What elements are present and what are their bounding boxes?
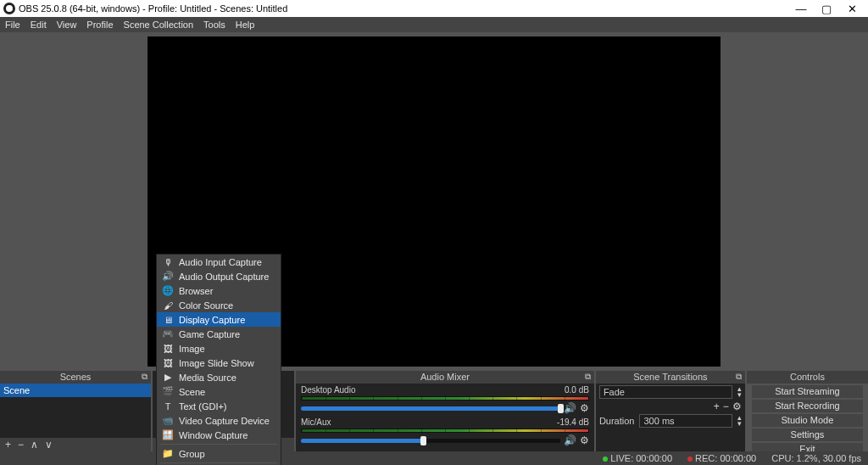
- duration-input[interactable]: 300 ms: [639, 414, 732, 428]
- speaker-icon[interactable]: 🔊: [564, 402, 576, 414]
- context-menu-separator: [160, 444, 277, 445]
- scene-transitions-dock: Scene Transitions ⧉ Fade ▴▾ + − ⚙ Durati…: [596, 371, 745, 451]
- volume-fader[interactable]: [301, 439, 560, 443]
- channel-name: Mic/Aux: [301, 417, 331, 427]
- channel-settings-button[interactable]: ⚙: [580, 434, 589, 446]
- status-cpu: CPU: 1.2%, 30.00 fps: [771, 453, 861, 463]
- menu-profile[interactable]: Profile: [86, 20, 113, 30]
- source-type-icon: 🔊: [162, 271, 174, 282]
- source-type-icon: 🎮: [162, 328, 174, 339]
- menu-tools[interactable]: Tools: [203, 20, 225, 30]
- scenes-dock: Scenes ⧉ Scene + − ∧ ∨: [0, 371, 151, 451]
- menu-edit[interactable]: Edit: [31, 20, 47, 30]
- live-dot-icon: [603, 457, 608, 462]
- start-recording-button[interactable]: Start Recording: [752, 400, 863, 412]
- popout-icon[interactable]: ⧉: [585, 372, 591, 382]
- source-type-icon: 🎬: [162, 386, 174, 397]
- status-bar: LIVE: 00:00:00 REC: 00:00:00 CPU: 1.2%, …: [0, 451, 868, 465]
- ctx-item-audio-output-capture[interactable]: 🔊Audio Output Capture: [157, 269, 281, 283]
- channel-name: Desktop Audio: [301, 385, 356, 395]
- source-type-icon: T: [162, 401, 174, 412]
- source-type-icon: 🖼: [162, 358, 174, 368]
- popout-icon[interactable]: ⧉: [736, 372, 742, 382]
- context-menu-separator: [160, 462, 277, 463]
- add-scene-button[interactable]: +: [5, 439, 11, 451]
- ctx-item-media-source[interactable]: ▶Media Source: [157, 370, 281, 384]
- volume-fader[interactable]: [301, 406, 560, 411]
- ctx-item-label: Video Capture Device: [179, 416, 270, 426]
- ctx-item-color-source[interactable]: 🖌Color Source: [157, 298, 281, 312]
- channel-settings-button[interactable]: ⚙: [580, 402, 589, 414]
- ctx-item-audio-input-capture[interactable]: 🎙Audio Input Capture: [157, 255, 281, 269]
- app-icon: [3, 3, 15, 14]
- start-streaming-button[interactable]: Start Streaming: [752, 385, 863, 398]
- channel-db: 0.0 dB: [565, 385, 589, 395]
- scene-item-label: Scene: [3, 385, 30, 395]
- ctx-item-image-slide-show[interactable]: 🖼Image Slide Show: [157, 356, 281, 370]
- minimize-button[interactable]: —: [788, 3, 814, 15]
- ctx-item-label: Media Source: [179, 373, 236, 383]
- ctx-item-label: Color Source: [179, 300, 233, 311]
- maximize-button[interactable]: ▢: [814, 3, 839, 15]
- ctx-item-text-gdi-[interactable]: TText (GDI+): [157, 399, 281, 413]
- mixer-header: Audio Mixer ⧉: [296, 371, 594, 384]
- duration-stepper-icon[interactable]: ▴▾: [737, 415, 742, 427]
- scene-item[interactable]: Scene: [0, 384, 151, 397]
- source-type-icon: 🖥: [162, 315, 174, 325]
- scenes-header: Scenes ⧉: [0, 371, 151, 384]
- ctx-item-scene[interactable]: 🎬Scene: [157, 384, 281, 399]
- exit-button[interactable]: Exit: [752, 443, 863, 451]
- ctx-item-label: Window Capture: [179, 430, 248, 440]
- remove-scene-button[interactable]: −: [18, 439, 24, 451]
- popout-icon[interactable]: ⧉: [142, 372, 147, 382]
- source-type-icon: 🪟: [162, 429, 174, 440]
- source-type-icon: 🖌: [162, 300, 174, 311]
- docks-row: Scenes ⧉ Scene + − ∧ ∨ + − ⚙ ∧ ∨ Audio M…: [0, 370, 868, 451]
- preview-area: 🎙Audio Input Capture🔊Audio Output Captur…: [0, 32, 868, 370]
- ctx-item-game-capture[interactable]: 🎮Game Capture: [157, 327, 281, 341]
- transition-current: Fade: [604, 387, 625, 397]
- speaker-icon[interactable]: 🔊: [564, 434, 576, 446]
- menu-help[interactable]: Help: [236, 20, 255, 30]
- studio-mode-button[interactable]: Studio Mode: [752, 414, 863, 427]
- ctx-item-display-capture[interactable]: 🖥Display Capture: [157, 312, 281, 327]
- source-type-icon: 📹: [162, 415, 174, 426]
- ctx-item-label: Audio Input Capture: [179, 257, 262, 267]
- move-scene-up-button[interactable]: ∧: [31, 439, 38, 451]
- settings-button[interactable]: Settings: [752, 429, 863, 441]
- window-titlebar: OBS 25.0.8 (64-bit, windows) - Profile: …: [0, 0, 868, 17]
- controls-body: Start StreamingStart RecordingStudio Mod…: [747, 384, 868, 451]
- transition-select[interactable]: Fade: [599, 385, 732, 399]
- ctx-item-browser[interactable]: 🌐Browser: [157, 283, 281, 298]
- channel-db: -19.4 dB: [557, 417, 589, 427]
- ctx-item-video-capture-device[interactable]: 📹Video Capture Device: [157, 413, 281, 428]
- source-type-icon: 🎙: [162, 257, 174, 267]
- ctx-item-label: Display Capture: [179, 315, 245, 325]
- duration-value: 300 ms: [643, 416, 674, 426]
- menu-file[interactable]: File: [5, 20, 20, 30]
- scenes-toolbar: + − ∧ ∨: [0, 438, 151, 451]
- ctx-item-label: Game Capture: [179, 329, 240, 339]
- close-button[interactable]: ✕: [839, 3, 865, 15]
- menu-view[interactable]: View: [57, 20, 77, 30]
- source-type-icon: 🖼: [162, 344, 174, 354]
- move-scene-down-button[interactable]: ∨: [45, 439, 53, 451]
- ctx-item-label: Audio Output Capture: [179, 272, 269, 282]
- ctx-item-label: Group: [179, 449, 205, 459]
- transition-settings-button[interactable]: ⚙: [732, 401, 742, 412]
- source-type-icon: ▶: [162, 372, 174, 383]
- mixer-body: Desktop Audio0.0 dB🔊⚙Mic/Aux-19.4 dB🔊⚙: [296, 384, 594, 451]
- duration-label: Duration: [599, 416, 635, 426]
- transition-stepper-icon[interactable]: ▴▾: [737, 386, 742, 398]
- ctx-item-window-capture[interactable]: 🪟Window Capture: [157, 428, 281, 442]
- menu-scene-collection[interactable]: Scene Collection: [124, 20, 194, 30]
- audio-mixer-dock: Audio Mixer ⧉ Desktop Audio0.0 dB🔊⚙Mic/A…: [296, 371, 594, 451]
- ctx-item-image[interactable]: 🖼Image: [157, 341, 281, 356]
- remove-transition-button[interactable]: −: [723, 401, 729, 412]
- scenes-list[interactable]: Scene: [0, 384, 151, 438]
- menubar: File Edit View Profile Scene Collection …: [0, 17, 868, 32]
- add-transition-button[interactable]: +: [714, 401, 720, 412]
- source-type-icon: 🌐: [162, 285, 174, 296]
- ctx-item-group[interactable]: 📁 Group: [157, 446, 281, 461]
- ctx-item-label: Browser: [179, 286, 213, 296]
